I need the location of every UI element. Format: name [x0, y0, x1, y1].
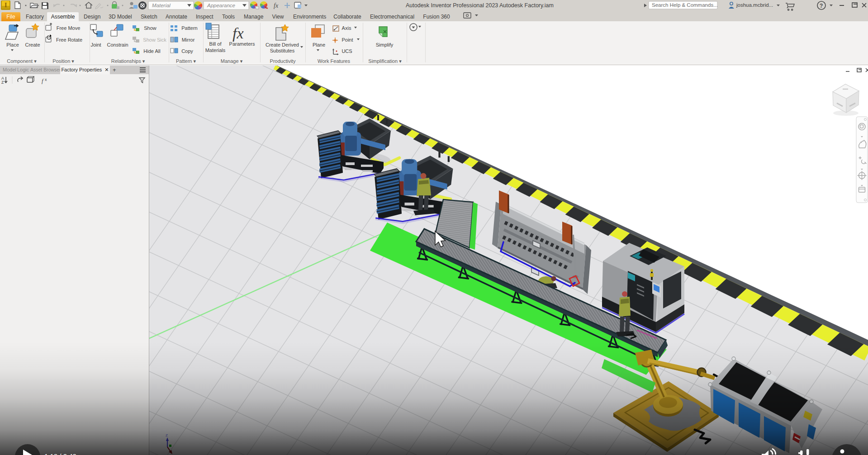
svg-text:f: f — [42, 77, 44, 84]
svg-text:Appearance: Appearance — [207, 3, 235, 8]
svg-text:Z: Z — [1, 80, 4, 85]
svg-text:Search Help & Commands...: Search Help & Commands... — [652, 2, 718, 8]
svg-text:Autodesk Inventor Professional: Autodesk Inventor Professional 2023 — [406, 2, 498, 9]
svg-text:joshua.mcbrid...: joshua.mcbrid... — [736, 2, 773, 8]
svg-text:Material: Material — [152, 3, 171, 8]
svg-text:I: I — [5, 2, 7, 9]
svg-text:fx: fx — [232, 25, 244, 42]
svg-text:fx: fx — [274, 2, 279, 9]
svg-text:1:18 / 3:43: 1:18 / 3:43 — [44, 452, 76, 455]
svg-text:x: x — [45, 77, 47, 82]
svg-text:Autodesk Factory.iam: Autodesk Factory.iam — [499, 2, 554, 9]
svg-text:?: ? — [820, 3, 823, 9]
